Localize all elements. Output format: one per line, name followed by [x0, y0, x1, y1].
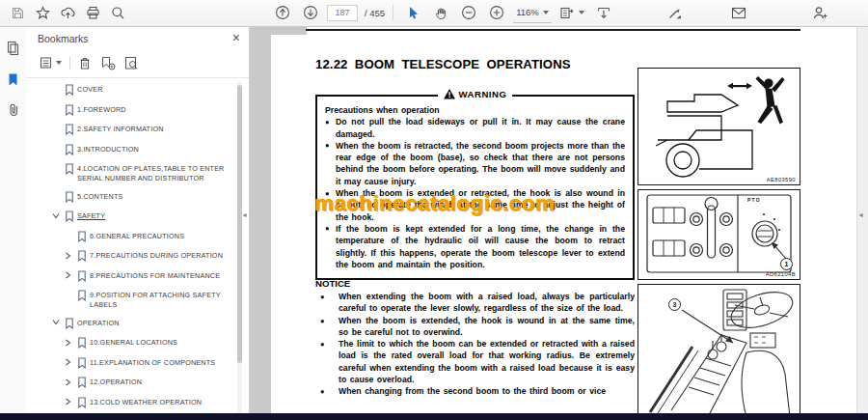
zoom-in-icon — [489, 5, 504, 20]
bookmark-label: 7.PRECAUTIONS DURING OPERATION — [90, 250, 237, 261]
bookmark-icon — [77, 250, 90, 262]
zoom-level-value: 116% — [516, 7, 539, 17]
notice-title: NOTICE — [315, 278, 635, 289]
bookmark-item[interactable]: 2.SAFETY INFORMATION — [26, 120, 249, 140]
bookmark-item[interactable]: 4.LOCATION OF PLATES,TABLE TO ENTER SERI… — [26, 159, 249, 187]
next-page-button[interactable] — [299, 2, 322, 23]
chevron-down-icon[interactable] — [52, 318, 65, 326]
bookmarks-panel-header: Bookmarks × — [26, 27, 249, 48]
toolbar-center-group: / 455 116% — [271, 2, 615, 23]
chevron-down-icon[interactable] — [52, 210, 65, 219]
upload-cloud-icon — [61, 6, 75, 20]
notice-block: NOTICE ●When extending the boom with a r… — [315, 278, 635, 413]
bookmark-item[interactable]: 6.GENERAL PRECAUTIONS — [26, 227, 249, 247]
zoom-level-dropdown[interactable]: 116% — [513, 3, 552, 23]
bookmarks-scrollbar[interactable] — [237, 81, 242, 420]
hand-tool-button[interactable] — [429, 2, 452, 23]
warning-intro: Precautions when operation — [325, 104, 625, 116]
bookmark-icon — [65, 84, 77, 96]
bookmark-item[interactable]: 1.FOREWORD — [26, 100, 249, 121]
find-button[interactable] — [106, 2, 129, 23]
bookmark-item[interactable]: 11.EXPLANATION OF COMPONENTS — [26, 353, 249, 374]
chevron-right-icon[interactable] — [65, 250, 77, 260]
bookmark-item[interactable]: 3.INTRODUCTION — [26, 140, 249, 160]
bookmark-label: 10.GENERAL LOCATIONS — [90, 337, 237, 348]
chevron-right-icon[interactable] — [65, 270, 77, 280]
bookmark-icon — [77, 397, 90, 408]
bullet-text: When the boom is retracted, the second b… — [336, 141, 625, 186]
bookmark-options-button[interactable] — [34, 52, 67, 73]
bookmark-item[interactable]: 13.COLD WEATHER OPERATION — [26, 393, 249, 413]
star-icon — [36, 6, 50, 20]
chevron-right-icon[interactable] — [65, 337, 77, 347]
chevron-right-icon[interactable] — [65, 377, 77, 386]
bookmark-item[interactable]: 5.CONTENTS — [26, 187, 249, 208]
bookmark-label: 8.PRECAUTIONS FOR MAINTENANCE — [90, 270, 237, 281]
scrollbar-thumb[interactable] — [237, 85, 242, 363]
bullet-text: When changing from the second boom to th… — [339, 386, 606, 396]
bookmarks-panel-icon — [7, 72, 19, 87]
select-tool-icon — [406, 6, 420, 20]
expand-current-bookmark-button[interactable] — [120, 52, 143, 73]
attachments-panel-button[interactable] — [0, 95, 26, 126]
select-tool-button[interactable] — [401, 2, 424, 23]
fit-width-icon — [596, 6, 611, 20]
bookmark-label: 2.SAFETY INFORMATION — [77, 124, 237, 134]
toolbar-separator — [69, 56, 70, 70]
print-button[interactable] — [81, 2, 104, 23]
paperclip-icon — [7, 102, 20, 118]
bookmark-icon — [65, 210, 77, 222]
send-email-button[interactable] — [727, 2, 750, 23]
bookmark-label: 1.FOREWORD — [77, 104, 237, 115]
crane-drawing — [638, 69, 800, 184]
bookmark-item[interactable]: SAFETY — [26, 207, 249, 227]
share-button[interactable] — [808, 2, 831, 23]
bookmarks-list: COVER1.FOREWORD2.SAFETY INFORMATION3.INT… — [26, 80, 249, 420]
bookmark-icon — [77, 290, 90, 301]
page-display-dropdown[interactable] — [556, 3, 587, 22]
collapse-panel-arrow[interactable]: ◄ — [241, 211, 248, 218]
save-button[interactable] — [6, 2, 29, 23]
zoom-out-icon — [461, 5, 476, 20]
bookmark-item[interactable]: 7.PRECAUTIONS DURING OPERATION — [26, 246, 249, 266]
page-thumbnails-button[interactable] — [0, 33, 26, 64]
bullet-dot: ● — [320, 339, 325, 350]
page-number-input[interactable] — [327, 5, 358, 21]
chevron-slot — [65, 231, 77, 233]
bullet-text: The limit to which the boom can be exten… — [339, 339, 635, 384]
fit-width-button[interactable] — [592, 2, 615, 23]
bookmark-icon — [65, 318, 77, 329]
bookmark-icon — [77, 377, 90, 388]
close-icon[interactable]: × — [232, 30, 240, 45]
chevron-right-icon[interactable] — [65, 397, 77, 406]
collapse-tools-pane-arrow[interactable]: ◄ — [857, 211, 864, 218]
bullet-dot: ● — [320, 292, 325, 303]
bookmark-item[interactable]: 12.OPERATION — [26, 373, 249, 393]
previous-page-button[interactable] — [271, 2, 294, 23]
figure-label: AD62104B — [766, 271, 796, 277]
bookmark-item[interactable]: 8.PRECAUTIONS FOR MAINTENANCE — [26, 266, 249, 287]
upload-button[interactable] — [56, 2, 79, 23]
chevron-slot — [65, 290, 77, 292]
zoom-in-button[interactable] — [485, 2, 508, 23]
share-person-icon — [812, 6, 828, 20]
bookmarks-panel-button[interactable] — [0, 64, 26, 95]
page-display-icon — [559, 6, 575, 20]
bookmark-item[interactable]: COVER — [26, 80, 249, 100]
bookmark-item[interactable]: 10.GENERAL LOCATIONS — [26, 333, 249, 353]
delete-bookmark-button[interactable] — [73, 52, 96, 73]
bookmark-icon — [77, 337, 90, 349]
bookmark-item[interactable]: 9.POSITION FOR ATTACHING SAFETY LABELS — [26, 286, 249, 314]
document-scrollbar[interactable] — [856, 27, 868, 413]
bullet-text: When the boom is extended, the hook is w… — [339, 316, 635, 337]
zoom-out-button[interactable] — [457, 2, 480, 23]
bookmark-item[interactable]: OPERATION — [26, 314, 249, 334]
warning-triangle-icon — [444, 89, 455, 99]
chevron-right-icon[interactable] — [65, 357, 77, 367]
bullet-text: When the boom is extended or retracted, … — [336, 188, 625, 222]
pto-label: PTO — [747, 197, 761, 203]
star-button[interactable] — [31, 2, 54, 23]
figure-boom-hazard: AE803590 — [637, 68, 800, 185]
fill-sign-button[interactable] — [664, 2, 687, 23]
new-bookmark-button[interactable] — [96, 52, 120, 73]
